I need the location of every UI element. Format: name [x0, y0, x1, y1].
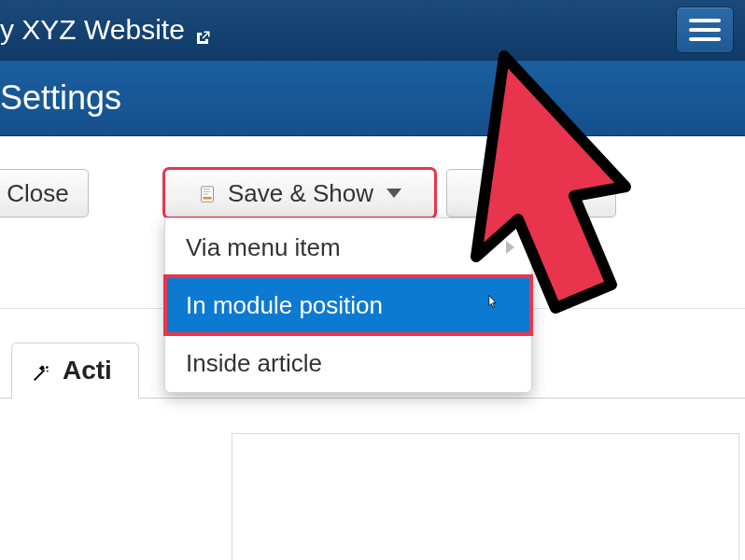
hamburger-bar — [689, 19, 721, 22]
site-title-text: y XYZ Website — [0, 14, 185, 46]
panel-outline — [232, 433, 739, 560]
toolbar: e & Close Save & Show se Via menu item I… — [0, 136, 745, 248]
caret-down-icon — [387, 189, 401, 198]
magic-wand-icon — [31, 360, 51, 381]
save-show-dropdown: Via menu item In module position Inside … — [164, 217, 532, 393]
hamburger-bar — [689, 37, 721, 41]
document-preview-icon — [198, 183, 218, 203]
dropdown-item-module-position[interactable]: In module position — [165, 276, 531, 334]
chevron-right-icon — [506, 241, 514, 254]
cursor-pointer-icon — [485, 294, 499, 317]
tab-actions[interactable]: Acti — [11, 343, 139, 399]
save-and-close-button[interactable]: e & Close — [0, 169, 89, 217]
dropdown-item-label: Inside article — [186, 349, 322, 378]
external-link-icon — [194, 21, 211, 38]
tab-label: Acti — [63, 356, 112, 385]
site-title-link[interactable]: y XYZ Website — [0, 14, 211, 46]
hamburger-menu-button[interactable] — [676, 7, 734, 53]
dropdown-item-via-menu[interactable]: Via menu item — [165, 218, 531, 276]
page-header: Settings — [0, 60, 745, 136]
button-label: Save & Show — [228, 179, 373, 208]
save-and-show-button[interactable]: Save & Show — [164, 169, 435, 217]
dropdown-item-label: Via menu item — [186, 233, 341, 262]
top-navbar: y XYZ Website — [0, 0, 745, 60]
close-button[interactable]: se — [446, 169, 616, 217]
dropdown-item-label: In module position — [186, 291, 383, 320]
button-label: se — [531, 179, 556, 208]
svg-rect-1 — [203, 197, 211, 200]
page-title: Settings — [0, 78, 121, 118]
hamburger-bar — [689, 28, 721, 32]
dropdown-item-inside-article[interactable]: Inside article — [165, 334, 531, 392]
button-label: e & Close — [0, 179, 69, 208]
